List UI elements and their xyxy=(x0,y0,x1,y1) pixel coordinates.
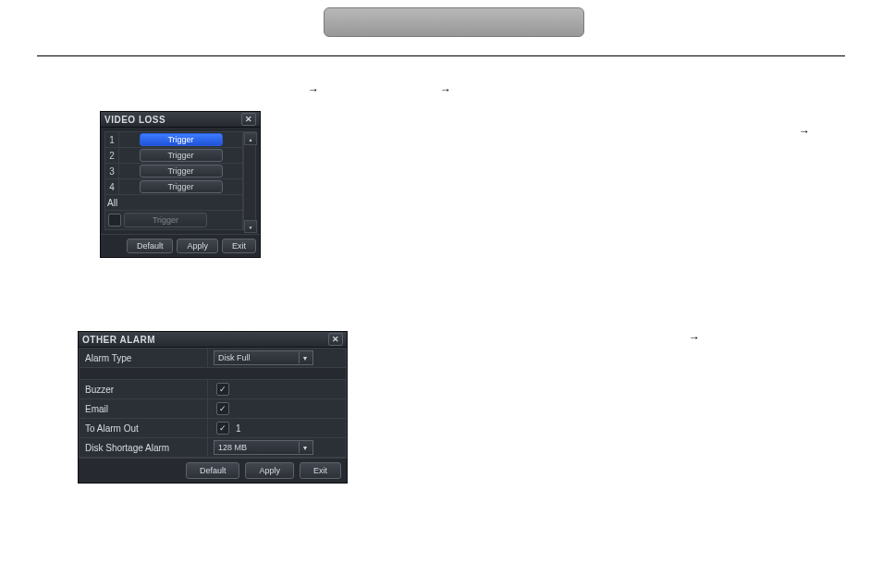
alarm-type-cell: Disk Full ▼ xyxy=(208,348,347,368)
close-button[interactable]: ✕ xyxy=(328,333,343,346)
arrow-icon: → xyxy=(440,83,451,96)
trigger-cell: Trigger xyxy=(119,133,242,146)
scrollbar[interactable] xyxy=(243,131,256,230)
dialog-title: OTHER ALARM xyxy=(82,335,155,345)
dialog-titlebar[interactable]: OTHER ALARM ✕ xyxy=(79,332,347,348)
all-label: All xyxy=(107,198,117,208)
trigger-button[interactable]: Trigger xyxy=(140,165,223,178)
apply-button[interactable]: Apply xyxy=(177,239,218,253)
channel-number: 2 xyxy=(105,148,119,163)
to-alarm-out-cell: 1 xyxy=(208,419,347,438)
buzzer-checkbox[interactable] xyxy=(216,383,229,396)
chevron-down-icon xyxy=(249,222,253,231)
apply-button[interactable]: Apply xyxy=(245,462,294,479)
arrow-icon: → xyxy=(799,125,810,138)
header-rule xyxy=(37,55,845,56)
dialog-footer: Default Apply Exit xyxy=(79,458,347,483)
scroll-track[interactable] xyxy=(244,145,255,220)
to-alarm-out-label: To Alarm Out xyxy=(79,419,208,438)
channel-number: 1 xyxy=(105,132,119,147)
channel-number: 3 xyxy=(105,164,119,178)
trigger-cell: Trigger xyxy=(119,165,242,178)
dialog-title: VIDEO LOSS xyxy=(104,115,165,125)
alarm-type-value: Disk Full xyxy=(218,353,251,362)
chevron-up-icon xyxy=(249,134,253,143)
exit-button[interactable]: Exit xyxy=(300,462,341,479)
chevron-down-icon: ▼ xyxy=(299,442,311,453)
all-trigger-button[interactable]: Trigger xyxy=(124,213,207,227)
other-alarm-dialog: OTHER ALARM ✕ Alarm Type Disk Full ▼ Buz… xyxy=(78,331,348,484)
disk-shortage-cell: 128 MB ▼ xyxy=(208,438,347,458)
exit-button[interactable]: Exit xyxy=(222,239,256,253)
trigger-cell: Trigger xyxy=(119,180,242,193)
trigger-button[interactable]: Trigger xyxy=(140,133,223,146)
close-button[interactable]: ✕ xyxy=(241,113,256,126)
arrow-icon: → xyxy=(689,331,700,344)
all-trigger-row: Trigger xyxy=(104,211,243,230)
disk-shortage-select[interactable]: 128 MB ▼ xyxy=(214,440,313,455)
dialog-body: 1 Trigger 2 Trigger 3 Trigger 4 xyxy=(101,128,260,234)
chevron-down-icon: ▼ xyxy=(299,352,311,363)
spacer xyxy=(79,368,347,380)
close-icon: ✕ xyxy=(332,335,340,344)
channel-row: 4 Trigger xyxy=(104,179,243,195)
dialog-footer: Default Apply Exit xyxy=(101,234,260,257)
channel-row: 3 Trigger xyxy=(104,164,243,179)
channel-row: 1 Trigger xyxy=(104,131,243,148)
default-button[interactable]: Default xyxy=(127,239,174,253)
page: → → → → VIDEO LOSS ✕ 1 Trigger 2 Trigger xyxy=(0,0,882,588)
email-cell xyxy=(208,399,347,419)
trigger-button[interactable]: Trigger xyxy=(140,149,223,162)
header-pill xyxy=(324,7,584,37)
default-button[interactable]: Default xyxy=(186,462,240,479)
disk-shortage-label: Disk Shortage Alarm xyxy=(79,438,208,458)
dialog-titlebar[interactable]: VIDEO LOSS ✕ xyxy=(101,112,260,128)
video-loss-dialog: VIDEO LOSS ✕ 1 Trigger 2 Trigger 3 xyxy=(100,111,261,258)
alarm-type-label: Alarm Type xyxy=(79,348,208,368)
dialog-body: Alarm Type Disk Full ▼ Buzzer Email To A… xyxy=(79,348,347,458)
trigger-button[interactable]: Trigger xyxy=(140,180,223,193)
all-checkbox[interactable] xyxy=(108,214,121,227)
disk-shortage-value: 128 MB xyxy=(218,443,247,452)
channel-number: 4 xyxy=(105,179,119,194)
arrow-icon: → xyxy=(308,83,319,96)
buzzer-cell xyxy=(208,380,347,399)
channel-row: 2 Trigger xyxy=(104,148,243,164)
all-label-row: All xyxy=(104,195,243,211)
to-alarm-out-checkbox[interactable] xyxy=(216,422,229,435)
alarm-type-select[interactable]: Disk Full ▼ xyxy=(214,350,313,365)
scroll-up-button[interactable] xyxy=(244,132,257,145)
email-label: Email xyxy=(79,399,208,419)
trigger-cell: Trigger xyxy=(119,149,242,162)
to-alarm-out-value: 1 xyxy=(236,423,241,434)
buzzer-label: Buzzer xyxy=(79,380,208,399)
close-icon: ✕ xyxy=(245,115,253,124)
email-checkbox[interactable] xyxy=(216,402,229,415)
scroll-down-button[interactable] xyxy=(244,220,257,233)
